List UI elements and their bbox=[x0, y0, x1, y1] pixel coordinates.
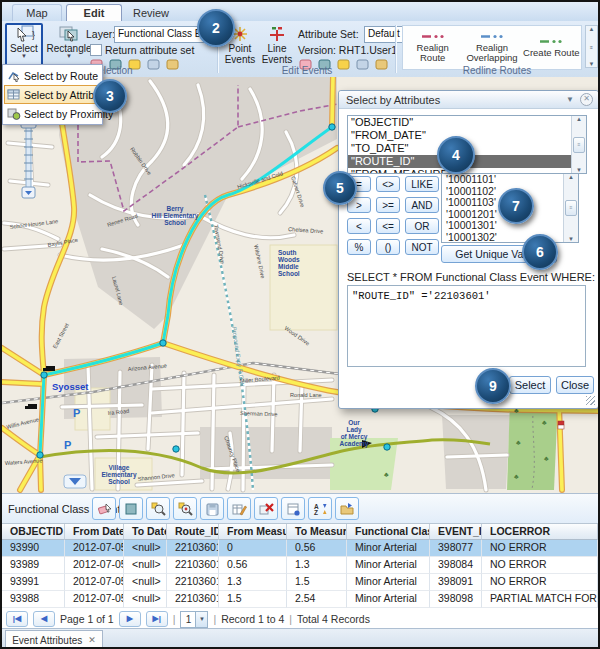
sql-expression-input[interactable]: "ROUTE_ID" ='22103601' bbox=[347, 285, 586, 367]
road-marker bbox=[558, 421, 564, 429]
operator-like[interactable]: LIKE bbox=[405, 176, 439, 192]
table-header-row: OBJECTIDFrom DateTo DateRoute_IDFrom Mea… bbox=[2, 524, 598, 540]
separator: | bbox=[173, 613, 176, 625]
column-header-event-id[interactable]: EVENT_ID bbox=[430, 524, 482, 540]
fields-scrollbar[interactable]: ▲≡▼ bbox=[571, 116, 586, 173]
value-item[interactable]: '10001101' bbox=[442, 174, 578, 186]
tab-review[interactable]: Review bbox=[126, 4, 176, 21]
table-row[interactable]: 939902012-07-05<null>2210360100.56Minor … bbox=[2, 540, 598, 557]
column-header-to-measure[interactable]: To Measure bbox=[287, 524, 347, 540]
button-label: Realign Overlapping bbox=[462, 43, 521, 63]
rectangle-tool-icon bbox=[58, 25, 80, 43]
select-by-attributes-dialog: Select by Attributes ▼ ✕ "OBJECTID""FROM… bbox=[338, 90, 599, 409]
operator--[interactable]: < bbox=[347, 218, 371, 234]
attribute-table: OBJECTIDFrom DateTo DateRoute_IDFrom Mea… bbox=[2, 523, 598, 608]
column-header-from-date[interactable]: From Date bbox=[65, 524, 124, 540]
table-row[interactable]: 939892012-07-05<null>221036010.561.3Mino… bbox=[2, 557, 598, 574]
table-cell: 1.3 bbox=[287, 557, 347, 574]
dialog-titlebar[interactable]: Select by Attributes ▼ ✕ bbox=[339, 91, 598, 109]
last-page-button[interactable]: ▶| bbox=[146, 611, 168, 627]
table-row[interactable]: 939912012-07-05<null>221036011.31.5Minor… bbox=[2, 574, 598, 591]
field-item[interactable]: "OBJECTID" bbox=[348, 116, 586, 129]
return-attribute-set-checkbox[interactable] bbox=[90, 44, 102, 56]
field-calculator-button[interactable] bbox=[227, 497, 251, 520]
operator--[interactable]: >= bbox=[376, 197, 400, 213]
realign-route-button[interactable]: Realign Route bbox=[403, 26, 462, 69]
mass-update-icon[interactable] bbox=[374, 57, 390, 72]
point-events-label: Point Events bbox=[222, 43, 258, 65]
dialog-select-button[interactable]: Select bbox=[509, 376, 551, 394]
menu-item-select-by-route[interactable]: Select by Route bbox=[4, 66, 101, 85]
operator-or[interactable]: OR bbox=[405, 218, 439, 234]
operator--[interactable]: % bbox=[347, 239, 371, 255]
previous-page-button[interactable]: ◀ bbox=[33, 611, 55, 627]
page-label: Page 1 of 1 bbox=[60, 613, 114, 625]
operator--[interactable]: <= bbox=[376, 218, 400, 234]
realign-overlapping-button[interactable]: Realign Overlapping bbox=[462, 26, 521, 69]
dialog-close-button[interactable]: Close bbox=[556, 376, 594, 394]
menu-item-select-by-attributes[interactable]: Select by Attributes bbox=[4, 85, 101, 104]
table-row[interactable]: 939882012-07-05<null>221036011.52.54Mino… bbox=[2, 591, 598, 608]
attribute-window-icon[interactable] bbox=[165, 57, 181, 72]
table-cell: 0 bbox=[219, 540, 287, 557]
menu-item-select-by-proximity[interactable]: Select by Proximity bbox=[4, 104, 101, 123]
values-scrollbar[interactable]: ▲≡▼ bbox=[563, 174, 578, 242]
callout-5: 5 bbox=[323, 171, 357, 205]
export-button[interactable] bbox=[335, 497, 359, 520]
callout-7: 7 bbox=[498, 188, 534, 224]
close-icon[interactable]: ✕ bbox=[580, 93, 593, 106]
switch-selection-button[interactable] bbox=[119, 497, 143, 520]
table-cell: 93989 bbox=[2, 557, 65, 574]
callout-2: 2 bbox=[197, 9, 235, 47]
table-cell: 22103601 bbox=[167, 574, 219, 591]
operator-not[interactable]: NOT bbox=[405, 239, 439, 255]
tab-map[interactable]: Map bbox=[12, 4, 62, 21]
tab-event-attributes[interactable]: Event Attributes ✕ bbox=[5, 630, 103, 649]
create-route-button[interactable]: Create Route bbox=[522, 26, 581, 69]
chevron-down-icon[interactable]: ▼ bbox=[566, 95, 574, 104]
sort-button[interactable]: AZ bbox=[308, 497, 332, 520]
value-item[interactable]: '10001302' bbox=[442, 232, 578, 244]
column-header-to-date[interactable]: To Date bbox=[124, 524, 167, 540]
ribbon-tabs: MapEditReview bbox=[2, 2, 598, 21]
column-header-functional-class[interactable]: Functional Class bbox=[347, 524, 430, 540]
show-selected-button[interactable] bbox=[281, 497, 305, 520]
page-number-dropdown[interactable]: 1 ▼ bbox=[180, 611, 208, 628]
redline-scrollbar[interactable]: ▲≡▼ bbox=[585, 25, 598, 68]
table-cell: 398077 bbox=[430, 540, 482, 557]
table-cell: Minor Arterial bbox=[347, 557, 430, 574]
zoom-to-selected-button[interactable] bbox=[146, 497, 170, 520]
table-cell: NO ERROR bbox=[482, 540, 598, 557]
pan-to-selected-button[interactable] bbox=[173, 497, 197, 520]
version-label: Version: RHT1.User1 bbox=[298, 44, 397, 56]
clear-selection-button[interactable] bbox=[92, 497, 116, 520]
operator--[interactable]: <> bbox=[376, 176, 400, 192]
column-header-locerror[interactable]: LOCERROR bbox=[482, 524, 598, 540]
table-cell: 1.5 bbox=[219, 591, 287, 608]
table-cell: 93990 bbox=[2, 540, 65, 557]
column-header-from-measure[interactable]: From Measure bbox=[219, 524, 287, 540]
table-cell: 93988 bbox=[2, 591, 65, 608]
column-header-objectid[interactable]: OBJECTID bbox=[2, 524, 65, 540]
table-cell: <null> bbox=[124, 591, 167, 608]
close-icon[interactable]: ✕ bbox=[88, 635, 96, 645]
line-events-icon bbox=[268, 26, 286, 43]
map-label: P bbox=[73, 407, 80, 419]
next-page-button[interactable]: ▶ bbox=[119, 611, 141, 627]
line-events-label: Line Events bbox=[259, 43, 295, 65]
dialog-title: Select by Attributes bbox=[346, 94, 440, 106]
return-attribute-set-label: Return attribute set bbox=[105, 44, 194, 56]
delete-selected-button[interactable] bbox=[254, 497, 278, 520]
map-pan-control[interactable] bbox=[64, 475, 86, 488]
resize-grip[interactable] bbox=[586, 396, 595, 405]
attribute-table-toolbar: Functional Class Event AZ bbox=[2, 494, 598, 523]
first-page-button[interactable]: |◀ bbox=[6, 611, 28, 627]
operator--[interactable]: () bbox=[376, 239, 400, 255]
table-cell: Minor Arterial bbox=[347, 591, 430, 608]
operator-and[interactable]: AND bbox=[405, 197, 439, 213]
column-header-route-id[interactable]: Route_ID bbox=[167, 524, 219, 540]
save-button[interactable] bbox=[200, 497, 224, 520]
tab-edit[interactable]: Edit bbox=[66, 4, 122, 21]
callout-6: 6 bbox=[522, 234, 558, 270]
line-events-button[interactable]: Line Events bbox=[259, 26, 295, 70]
